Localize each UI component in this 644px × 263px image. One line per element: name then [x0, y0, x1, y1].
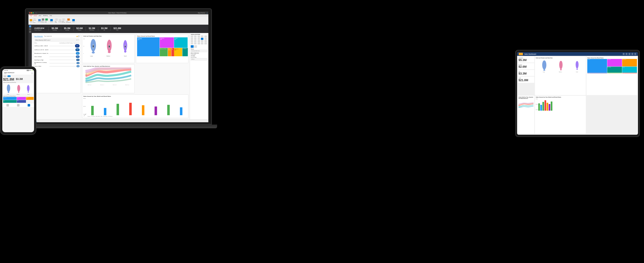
app-logo: ⬛: [36, 12, 37, 13]
recent-sources-btn[interactable]: Recent Sources: [41, 18, 45, 23]
violin-label-large: Large: [90, 55, 93, 57]
tablet-screen: Sales Dashboard Australia $5.3M France: [517, 52, 638, 135]
viz-format-icon[interactable]: [191, 45, 194, 48]
metric-france-label: France: [78, 29, 81, 31]
tablet-header-icon-1[interactable]: [622, 53, 625, 55]
metric-germany-label: Germany: [90, 29, 94, 31]
ribbon-tab-modeling[interactable]: Modeling: [42, 15, 48, 17]
metric-australia-label: Australia: [52, 29, 57, 31]
tablet-logo: [519, 53, 523, 55]
get-data-btn[interactable]: Get Data: [38, 19, 41, 22]
bar-3: [116, 104, 119, 115]
cut-btn[interactable]: ✂ Cut: [33, 18, 36, 19]
ribbon-tab-help[interactable]: Help: [49, 15, 53, 17]
viz-icon-18[interactable]: [198, 42, 200, 44]
ribbon-tab-home[interactable]: Home: [33, 15, 38, 17]
maximize-btn[interactable]: [32, 12, 34, 13]
ki-thumbs[interactable]: 👍 💬: [76, 35, 80, 37]
visualizations-panel: VISUALIZATIONS ›: [190, 33, 208, 119]
ki-row-5: StockType is High 1.96x: [34, 59, 80, 61]
phone-treemap-title: Sales Amount by Brand Name: [3, 96, 33, 97]
tablet-header-icon-5[interactable]: [634, 53, 636, 55]
publish-btn[interactable]: Publish: [72, 19, 75, 22]
viz-icon-8[interactable]: [198, 38, 200, 40]
viz-icon-11[interactable]: [191, 40, 193, 42]
close-btn[interactable]: [29, 12, 30, 13]
viz-icon-9[interactable]: [201, 38, 204, 40]
viz-panel-toggle[interactable]: ›: [207, 34, 208, 35]
minimize-btn[interactable]: [31, 12, 32, 13]
viz-drillthrough-field[interactable]: Add do...: [191, 58, 208, 60]
phone-back-btn[interactable]: ‹: [3, 73, 4, 74]
format-painter-btn[interactable]: 🖌 Format: [33, 21, 36, 23]
stream-x2: 2014 Qtr 2: [100, 84, 104, 85]
ask-question-btn[interactable]: Ask A Question: [62, 18, 65, 23]
viz-icon-16[interactable]: [191, 42, 193, 44]
add-tab-btn[interactable]: +: [38, 120, 40, 122]
viz-keep-filters: Keep all filters: [191, 57, 208, 58]
phone-tab-uk[interactable]: UK: [8, 75, 10, 77]
enter-data-btn[interactable]: Enter Data: [45, 18, 48, 23]
viz-analytics-icon[interactable]: [194, 45, 197, 48]
viz-icon-14[interactable]: [201, 40, 204, 42]
viz-values-field[interactable]: Add data fields here: [191, 50, 208, 52]
violin-chart-panel: Units by Product and Sale Size 100 50 0: [82, 34, 134, 63]
viz-icon-15[interactable]: [204, 40, 207, 42]
viz-icon-13[interactable]: [198, 40, 200, 42]
viz-icon-3[interactable]: [198, 35, 200, 37]
phone-tab-usa[interactable]: USA: [3, 75, 7, 77]
tablet-bar-2: [540, 105, 542, 111]
report-view-icon[interactable]: [29, 25, 31, 27]
text-box-btn[interactable]: Text Box: [58, 19, 62, 22]
viz-icon-5[interactable]: [204, 35, 207, 37]
bar-1: [91, 106, 94, 115]
viz-icon-20[interactable]: [204, 42, 207, 44]
bottom-tab-bar: Overview +: [28, 119, 208, 122]
metric-uk-label: UK: [104, 29, 105, 31]
viz-icon-1[interactable]: [191, 35, 193, 37]
bar-xlabel-3: Proseware: [91, 116, 95, 117]
bar-xlabel-5: Other: [100, 116, 102, 117]
metric-australia-value: $5.3M: [52, 27, 58, 29]
viz-toggle[interactable]: [192, 55, 195, 56]
paste-btn[interactable]: Paste: [29, 19, 32, 22]
viz-icon-12[interactable]: [194, 40, 196, 42]
from-marketplace-btn[interactable]: From Marketplace: [67, 18, 70, 23]
tablet-header-icon-2[interactable]: [626, 53, 628, 55]
stream-x1: 2014 Qtr 1: [88, 84, 92, 85]
new-page-btn[interactable]: New Page: [55, 18, 58, 23]
phone-star-icon[interactable]: [28, 104, 30, 106]
tablet-header-icon-3[interactable]: [628, 53, 630, 55]
metric-uk-value: $3.3M: [101, 27, 108, 29]
treemap-cell-adventure: Adventure Works: [160, 48, 168, 56]
viz-icon-7[interactable]: [194, 38, 196, 40]
copy-btn[interactable]: ⧉ Copy: [33, 20, 36, 21]
bar-7: [167, 105, 170, 115]
tablet-header-icon-4[interactable]: [631, 53, 634, 55]
viz-icon-17[interactable]: [194, 42, 196, 44]
phone-violin-label-l: Large: [7, 94, 9, 95]
treemap-cell-wideworld: Wide World: [168, 48, 172, 56]
viz-icons-grid: [191, 35, 208, 44]
phone-search-btn[interactable]: [31, 72, 33, 74]
tablet-bar-3: [542, 102, 544, 111]
tablet-violin-3: [575, 60, 580, 71]
model-view-icon[interactable]: [29, 31, 31, 33]
ribbon-tab-view[interactable]: View: [38, 15, 42, 17]
phone-chat-icon[interactable]: [17, 104, 20, 106]
refresh-btn[interactable]: Refresh: [50, 19, 53, 22]
metric-australia: $5.3M Australia: [48, 27, 61, 31]
tablet-bar-5: [546, 103, 548, 111]
stream-chart-panel: Units Sold by Year, Quarter and Manufact…: [82, 64, 134, 93]
data-view-icon[interactable]: [29, 28, 31, 30]
ribbon-tab-file[interactable]: File: [29, 15, 33, 17]
bar-chart-title: Sales Amount by Year, Month and Brand Na…: [83, 96, 187, 97]
viz-icon-19[interactable]: [201, 42, 204, 44]
viz-icon-10[interactable]: [204, 38, 207, 40]
ki-tab-top[interactable]: Top segments: [44, 35, 52, 37]
ki-tab-key[interactable]: Key influencers: [34, 35, 43, 37]
viz-icon-6[interactable]: [191, 38, 193, 40]
phone-home-icon[interactable]: [6, 104, 9, 106]
viz-icon-4[interactable]: [201, 35, 204, 37]
viz-icon-2[interactable]: [194, 35, 196, 37]
